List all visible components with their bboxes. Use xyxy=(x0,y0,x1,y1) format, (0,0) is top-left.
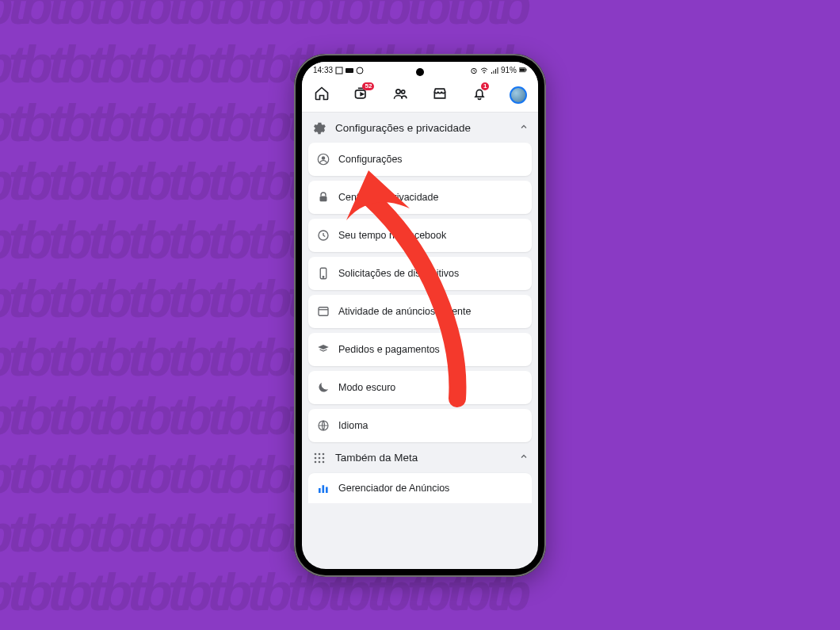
card-idioma[interactable]: Idioma xyxy=(308,409,532,442)
card-configuracoes[interactable]: Configurações xyxy=(308,143,532,176)
svg-point-20 xyxy=(319,452,321,455)
meta-item-gerenciador-anuncios[interactable]: Gerenciador de Anúncios xyxy=(308,472,532,503)
top-nav: 52 1 xyxy=(302,79,538,113)
statusbar-alarm-icon xyxy=(470,67,478,74)
card-modo-escuro[interactable]: Modo escuro xyxy=(308,371,532,404)
phone-screen: 14:33 xyxy=(302,62,538,569)
svg-rect-28 xyxy=(319,488,321,493)
svg-point-19 xyxy=(315,452,317,455)
statusbar-indicator-icon xyxy=(335,67,343,74)
bell-badge: 1 xyxy=(481,82,489,90)
statusbar-battery-icon xyxy=(519,67,527,74)
moon-icon xyxy=(316,380,330,395)
bars-chart-icon xyxy=(316,481,330,495)
card-central-privacidade[interactable]: Central de Privacidade xyxy=(308,181,532,214)
card-atividade-anuncios[interactable]: Atividade de anúncios recente xyxy=(308,295,532,328)
chevron-up-icon xyxy=(519,452,529,464)
lock-icon xyxy=(316,190,330,204)
section-header-settings[interactable]: Configurações e privacidade xyxy=(302,113,538,143)
tab-video[interactable]: 52 xyxy=(342,79,381,112)
tab-marketplace[interactable] xyxy=(420,79,460,112)
svg-point-10 xyxy=(402,90,405,94)
card-label: Solicitações de dispositivos xyxy=(338,268,459,279)
svg-point-16 xyxy=(323,276,324,277)
svg-point-4 xyxy=(483,71,485,73)
svg-rect-6 xyxy=(525,69,526,71)
tab-menu[interactable] xyxy=(498,79,538,112)
phone-device-icon xyxy=(316,266,330,281)
card-label: Idioma xyxy=(338,420,368,431)
svg-point-12 xyxy=(322,156,326,160)
svg-point-26 xyxy=(319,460,321,463)
card-solicitacoes-dispositivos[interactable]: Solicitações de dispositivos xyxy=(308,257,532,290)
section-header-meta-label: Também da Meta xyxy=(335,452,418,464)
marketplace-icon xyxy=(432,86,448,105)
card-label: Modo escuro xyxy=(338,382,395,393)
card-label: Pedidos e pagamentos xyxy=(338,344,440,355)
svg-rect-0 xyxy=(336,67,342,74)
svg-rect-13 xyxy=(320,196,327,201)
section-header-meta[interactable]: Também da Meta xyxy=(302,442,538,472)
svg-point-27 xyxy=(323,460,325,463)
camera-hole xyxy=(416,68,424,76)
friends-icon xyxy=(392,86,408,105)
tab-notifications[interactable]: 1 xyxy=(460,79,499,112)
svg-point-9 xyxy=(396,90,400,94)
svg-rect-17 xyxy=(319,307,328,315)
video-badge: 52 xyxy=(362,82,374,90)
card-label: Seu tempo no Facebook xyxy=(338,230,446,241)
svg-rect-1 xyxy=(346,68,353,73)
svg-rect-7 xyxy=(520,69,525,71)
home-icon xyxy=(314,86,330,105)
card-label: Configurações xyxy=(338,154,403,165)
statusbar-time: 14:33 xyxy=(313,66,333,74)
statusbar-notification-icon xyxy=(346,67,353,74)
activity-icon xyxy=(316,304,330,319)
card-seu-tempo[interactable]: Seu tempo no Facebook xyxy=(308,219,532,252)
statusbar-wifi-icon xyxy=(480,67,488,74)
clock-icon xyxy=(316,228,330,242)
svg-point-24 xyxy=(323,456,325,459)
user-gear-icon xyxy=(316,152,330,166)
svg-rect-30 xyxy=(326,487,328,493)
svg-point-21 xyxy=(323,452,325,455)
card-icon xyxy=(316,342,330,357)
gear-icon xyxy=(311,120,327,136)
meta-item-label: Gerenciador de Anúncios xyxy=(338,483,449,494)
globe-icon xyxy=(316,418,330,433)
settings-card-list: Configurações Central de Privacidade Seu… xyxy=(302,143,538,442)
avatar-icon xyxy=(510,86,527,104)
section-header-settings-label: Configurações e privacidade xyxy=(335,122,471,134)
statusbar-app-icon xyxy=(356,67,364,74)
card-label: Atividade de anúncios recente xyxy=(338,306,471,317)
svg-point-23 xyxy=(319,456,321,459)
statusbar-signal-icon xyxy=(491,67,498,74)
tab-home[interactable] xyxy=(302,79,342,112)
card-pedidos-pagamentos[interactable]: Pedidos e pagamentos xyxy=(308,333,532,366)
phone-frame: 14:33 xyxy=(294,54,546,577)
chevron-up-icon xyxy=(519,122,529,134)
statusbar-battery-text: 91% xyxy=(501,66,517,74)
svg-point-22 xyxy=(315,456,317,459)
tab-friends[interactable] xyxy=(380,79,420,112)
grid-dots-icon xyxy=(311,450,327,466)
svg-point-2 xyxy=(357,67,363,74)
card-label: Central de Privacidade xyxy=(338,192,438,203)
svg-rect-29 xyxy=(323,485,325,493)
svg-point-25 xyxy=(315,460,317,463)
